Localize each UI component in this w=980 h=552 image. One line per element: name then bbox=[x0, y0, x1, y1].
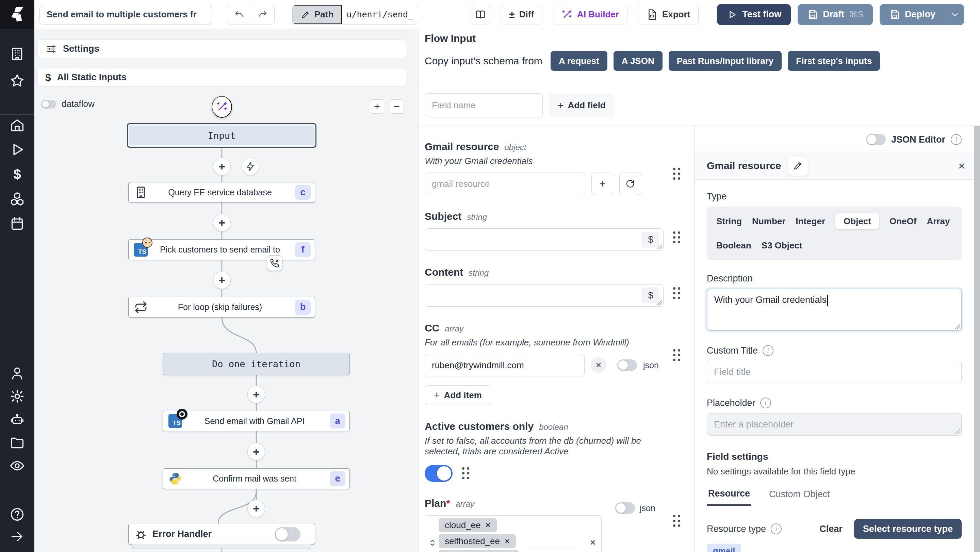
schedules-calendar-icon[interactable] bbox=[10, 216, 25, 231]
deploy-options-button[interactable] bbox=[945, 4, 964, 25]
add-resource-button[interactable]: + bbox=[592, 173, 613, 195]
flow-node-error-handler[interactable]: Error Handler bbox=[128, 524, 315, 544]
copy-from-first-step-button[interactable]: First step's inputs bbox=[788, 51, 880, 71]
flow-node-for-loop[interactable]: For loop (skip failures) b bbox=[128, 297, 315, 318]
json-editor-toggle[interactable] bbox=[866, 134, 886, 145]
sort-chevrons-icon[interactable] bbox=[428, 538, 437, 549]
clear-resource-type-button[interactable]: Clear bbox=[819, 524, 843, 534]
drag-handle-icon[interactable] bbox=[672, 514, 681, 528]
tab-resource[interactable]: Resource bbox=[707, 488, 751, 506]
plan-tag[interactable]: selfhosted_pro bbox=[439, 550, 519, 552]
workspace-building-icon[interactable] bbox=[10, 46, 25, 62]
resize-handle[interactable] bbox=[954, 323, 959, 329]
home-icon[interactable] bbox=[10, 118, 25, 133]
type-array[interactable]: Array bbox=[927, 213, 950, 229]
undo-button[interactable] bbox=[227, 5, 251, 24]
audit-eye-icon[interactable] bbox=[10, 458, 25, 473]
type-integer[interactable]: Integer bbox=[795, 213, 825, 229]
flow-node-input[interactable]: Input bbox=[127, 123, 317, 148]
clear-plan-button[interactable]: × bbox=[590, 537, 596, 548]
export-button[interactable]: Export bbox=[638, 5, 698, 24]
plan-new-tag-input[interactable] bbox=[525, 549, 576, 552]
windmill-logo-icon[interactable] bbox=[0, 0, 34, 29]
add-step-button[interactable]: + bbox=[247, 500, 265, 517]
type-oneof[interactable]: OneOf bbox=[889, 213, 916, 229]
collapse-arrow-icon[interactable] bbox=[10, 529, 25, 544]
drag-handle-icon[interactable] bbox=[672, 348, 681, 363]
type-string[interactable]: String bbox=[716, 213, 742, 229]
close-editor-button[interactable]: × bbox=[952, 156, 971, 175]
add-field-button[interactable]: Add field bbox=[549, 93, 614, 118]
flow-node-query-db[interactable]: Query EE service database c bbox=[128, 182, 315, 202]
type-number[interactable]: Number bbox=[752, 213, 785, 229]
redo-button[interactable] bbox=[251, 5, 274, 24]
ai-builder-button[interactable]: AI Builder bbox=[553, 5, 627, 24]
field-name-input[interactable] bbox=[425, 93, 543, 118]
tab-custom-object[interactable]: Custom Object bbox=[768, 488, 831, 506]
type-boolean[interactable]: Boolean bbox=[716, 237, 751, 253]
suspend-phone-badge[interactable] bbox=[267, 255, 282, 271]
add-step-button[interactable]: + bbox=[213, 157, 231, 175]
path-input[interactable] bbox=[342, 5, 418, 24]
flow-node-pick-customers[interactable]: TS Pick customers to send email to f bbox=[128, 239, 315, 260]
copy-from-json-button[interactable]: A JSON bbox=[614, 51, 662, 71]
diff-button[interactable]: ± Diff bbox=[501, 5, 542, 24]
edit-path-button[interactable]: Path bbox=[293, 5, 342, 24]
ai-flow-wand-button[interactable] bbox=[212, 96, 232, 118]
vertical-scrollbar[interactable] bbox=[974, 126, 980, 552]
remove-tag-icon[interactable] bbox=[504, 536, 510, 547]
favorites-star-icon[interactable] bbox=[10, 73, 25, 89]
resize-handle[interactable] bbox=[955, 428, 960, 434]
flow-name-input[interactable] bbox=[40, 5, 212, 24]
add-cc-item-button[interactable]: Add item bbox=[425, 385, 491, 405]
ai-bot-icon[interactable] bbox=[10, 412, 25, 427]
plan-json-toggle[interactable] bbox=[615, 502, 635, 514]
drag-handle-icon[interactable] bbox=[672, 167, 681, 181]
placeholder-input[interactable] bbox=[707, 413, 962, 436]
resize-handle[interactable] bbox=[656, 244, 662, 249]
add-step-button[interactable]: + bbox=[247, 386, 265, 403]
help-icon[interactable] bbox=[10, 507, 25, 522]
flow-node-confirm-mail[interactable]: Confirm mail was sent e bbox=[163, 468, 350, 489]
remove-tag-icon[interactable] bbox=[485, 520, 491, 531]
active-customers-toggle[interactable] bbox=[425, 465, 453, 482]
docs-book-button[interactable] bbox=[471, 5, 490, 24]
resources-cubes-icon[interactable] bbox=[10, 191, 25, 207]
folder-icon[interactable] bbox=[10, 435, 25, 450]
copy-from-past-runs-button[interactable]: Past Runs/Input library bbox=[669, 51, 782, 71]
zoom-out-button[interactable]: − bbox=[390, 99, 404, 114]
plan-multiselect[interactable]: cloud_ee selfhosted_ee selfhosted_pro × bbox=[425, 515, 601, 552]
plan-tag[interactable]: cloud_ee bbox=[439, 518, 497, 532]
content-textarea[interactable]: $ bbox=[425, 284, 663, 307]
cc-item-input[interactable] bbox=[425, 354, 585, 376]
drag-handle-icon[interactable] bbox=[672, 286, 681, 301]
remove-cc-item-button[interactable]: × bbox=[591, 357, 606, 373]
custom-title-input[interactable] bbox=[707, 361, 962, 383]
test-flow-button[interactable]: Test flow bbox=[717, 4, 791, 25]
refresh-resource-button[interactable] bbox=[619, 173, 641, 195]
draft-button[interactable]: Draft ⌘S bbox=[798, 4, 873, 25]
trigger-bolt-button[interactable] bbox=[242, 157, 259, 175]
type-s3-object[interactable]: S3 Object bbox=[762, 237, 802, 253]
resize-handle[interactable] bbox=[656, 299, 662, 305]
error-handler-toggle[interactable] bbox=[275, 527, 301, 541]
dataflow-toggle[interactable] bbox=[41, 100, 56, 108]
gmail-resource-input[interactable] bbox=[425, 173, 585, 195]
flow-node-send-email[interactable]: TS Send email with Gmail API a bbox=[163, 411, 350, 431]
cc-json-toggle[interactable] bbox=[617, 360, 637, 371]
flow-settings-button[interactable]: Settings bbox=[37, 40, 406, 58]
add-step-button[interactable]: + bbox=[247, 443, 265, 460]
zoom-in-button[interactable]: + bbox=[370, 99, 384, 114]
flow-node-do-one-iteration[interactable]: Do one iteration bbox=[163, 353, 350, 375]
subject-textarea[interactable]: $ bbox=[425, 228, 663, 251]
plan-tag[interactable]: selfhosted_ee bbox=[439, 534, 516, 548]
variables-dollar-icon[interactable]: $ bbox=[10, 167, 25, 182]
add-step-button[interactable]: + bbox=[213, 271, 231, 289]
description-textarea[interactable]: With your Gmail credentials bbox=[707, 289, 962, 331]
user-icon[interactable] bbox=[10, 366, 25, 381]
add-step-button[interactable]: + bbox=[213, 214, 231, 231]
settings-gear-icon[interactable] bbox=[10, 389, 25, 404]
all-static-inputs-button[interactable]: $ All Static Inputs bbox=[37, 68, 406, 87]
type-object-selected[interactable]: Object bbox=[835, 213, 879, 229]
rename-field-button[interactable] bbox=[788, 156, 808, 176]
